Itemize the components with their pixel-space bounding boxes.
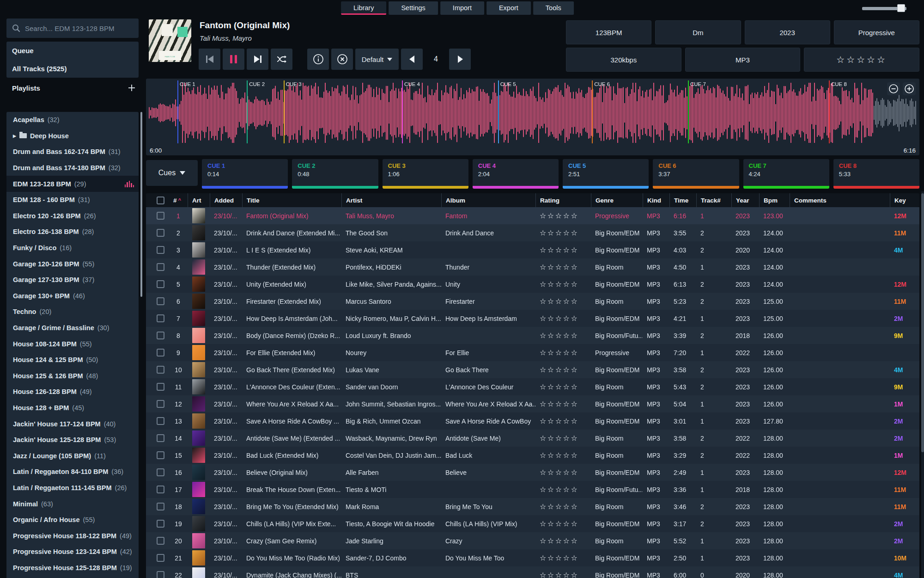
row-checkbox[interactable]: [157, 417, 164, 425]
expand-arrow-icon[interactable]: ▶: [13, 134, 16, 138]
playlist-item[interactable]: Drum and Bass 162-174 BPM(31): [6, 144, 139, 160]
table-row[interactable]: 323/10/...L I E S (Extended Mix)Steve Ao…: [146, 241, 919, 258]
table-row[interactable]: 523/10/...Unity (Extended Mix)Like Mike,…: [146, 276, 919, 293]
row-checkbox[interactable]: [157, 246, 164, 254]
select-all-checkbox[interactable]: [157, 197, 164, 204]
row-checkbox[interactable]: [157, 297, 164, 305]
pause-button[interactable]: [223, 49, 244, 70]
playlist-item[interactable]: Latin / Reggaeton 84-110 BPM(36): [6, 464, 139, 480]
column-header-genre[interactable]: Genre: [591, 193, 643, 207]
column-header-album[interactable]: Album: [441, 193, 535, 207]
column-header-kind[interactable]: Kind: [643, 193, 669, 207]
tab-tools[interactable]: Tools: [533, 1, 574, 15]
meta-rating[interactable]: ☆☆☆☆☆: [804, 48, 919, 72]
column-header-year[interactable]: Year: [731, 193, 759, 207]
cue-chip-cue-3[interactable]: CUE 31:06: [383, 159, 468, 189]
table-scrollbar[interactable]: [921, 191, 924, 578]
meta-format[interactable]: MP3: [685, 48, 801, 72]
playlist-item[interactable]: EDM 128 - 160 BPM(31): [6, 192, 139, 208]
row-checkbox[interactable]: [157, 468, 164, 476]
cue-marker-cue-7[interactable]: CUE 7: [688, 80, 689, 143]
cue-marker-cue-3[interactable]: CUE 3: [284, 80, 285, 143]
column-header-rating[interactable]: Rating: [535, 193, 591, 207]
table-row[interactable]: 1923/10/...Chills (LA Hills) (VIP Mix Ex…: [146, 515, 919, 532]
clear-button[interactable]: [331, 49, 353, 70]
column-header-art[interactable]: Art: [188, 193, 210, 207]
cell-rating[interactable]: ☆☆☆☆☆: [535, 228, 591, 237]
cell-rating[interactable]: ☆☆☆☆☆: [535, 314, 591, 323]
table-row[interactable]: 1423/10/...Antidote (Save Me) (Extended …: [146, 430, 919, 447]
playlist-item[interactable]: Funky / Disco(16): [6, 240, 139, 256]
playlist-item[interactable]: Acapellas(32): [6, 112, 139, 128]
cue-marker-cue-2[interactable]: CUE 2: [247, 80, 248, 143]
column-header-title[interactable]: Title: [242, 193, 341, 207]
cue-marker-cue-5[interactable]: CUE 5: [498, 80, 499, 143]
cue-marker-cue-6[interactable]: CUE 6: [592, 80, 593, 143]
column-header-added[interactable]: Added: [210, 193, 242, 207]
cue-chip-cue-5[interactable]: CUE 52:51: [563, 159, 649, 189]
table-row[interactable]: 223/10/...Drink And Dance (Extended Mi..…: [146, 224, 919, 241]
playlist-item[interactable]: House 125 & 126 BPM(48): [6, 368, 139, 384]
table-row[interactable]: 623/10/...Firestarter (Extended Mix)Marc…: [146, 293, 919, 310]
cell-rating[interactable]: ☆☆☆☆☆: [535, 434, 591, 443]
cell-rating[interactable]: ☆☆☆☆☆: [535, 365, 591, 374]
cell-rating[interactable]: ☆☆☆☆☆: [535, 536, 591, 545]
table-row[interactable]: 823/10/...Body (Dance Remix) (Dzeko R...…: [146, 327, 919, 344]
cell-rating[interactable]: ☆☆☆☆☆: [535, 451, 591, 460]
playlist-item[interactable]: ▶Deep House: [6, 128, 139, 144]
table-row[interactable]: 1323/10/...Save A Horse Ride A CowBoy ..…: [146, 412, 919, 430]
shuffle-button[interactable]: [271, 49, 292, 70]
column-header-artist[interactable]: Artist: [341, 193, 441, 207]
cue-chip-cue-7[interactable]: CUE 74:24: [743, 159, 829, 189]
tab-export[interactable]: Export: [486, 1, 531, 15]
tab-import[interactable]: Import: [440, 1, 484, 15]
playlist-item[interactable]: House 124 & 125 BPM(50): [6, 352, 139, 368]
cell-rating[interactable]: ☆☆☆☆☆: [535, 571, 591, 578]
playlist-item[interactable]: Garage 127-130 BPM(37): [6, 272, 139, 288]
cue-chip-cue-4[interactable]: CUE 42:04: [473, 159, 559, 189]
row-checkbox[interactable]: [157, 280, 164, 288]
playlist-item[interactable]: Organic / Afro House(55): [6, 512, 139, 528]
cue-marker-cue-1[interactable]: CUE 1: [177, 80, 178, 143]
waveform-panel[interactable]: CUE 1CUE 2CUE 3CUE 4CUE 5CUE 6CUE 7CUE 8…: [146, 79, 919, 155]
search-input[interactable]: Search... EDM 123-128 BPM: [6, 18, 139, 38]
previous-track-button[interactable]: [199, 49, 220, 70]
meta-year[interactable]: 2023: [745, 20, 830, 44]
table-row[interactable]: 1723/10/...Break The House Down (Exten..…: [146, 481, 919, 498]
cue-chip-cue-2[interactable]: CUE 20:48: [292, 159, 378, 189]
table-row[interactable]: 1123/10/...L'Annonce Des Couleur (Exten.…: [146, 378, 919, 395]
info-button[interactable]: [307, 49, 329, 70]
row-checkbox[interactable]: [157, 537, 164, 545]
sidebar-item-queue[interactable]: Queue: [6, 42, 139, 60]
table-row[interactable]: 123/10/...Fantom (Original Mix)Tali Muss…: [146, 207, 919, 224]
playlist-item[interactable]: Progressive House 125-128 BPM(19): [6, 560, 139, 576]
playlist-item[interactable]: Garage / Grime / Bassline(30): [6, 320, 139, 336]
playlist-item[interactable]: Garage 120-126 BPM(55): [6, 256, 139, 272]
cell-rating[interactable]: ☆☆☆☆☆: [535, 382, 591, 391]
row-checkbox[interactable]: [157, 229, 164, 237]
table-row[interactable]: 2223/10/...Dynamite (Jack Chang Mixes) (…: [146, 566, 919, 578]
playlist-item[interactable]: Latin / Reggaeton 111-145 BPM(26): [6, 480, 139, 496]
playlist-item[interactable]: Electro 120 -126 BPM(26): [6, 208, 139, 224]
cell-rating[interactable]: ☆☆☆☆☆: [535, 553, 591, 562]
row-checkbox[interactable]: [157, 554, 164, 562]
cell-rating[interactable]: ☆☆☆☆☆: [535, 485, 591, 494]
column-header-comments[interactable]: Comments: [790, 193, 890, 207]
step-forward-button[interactable]: [449, 49, 471, 70]
playlist-item[interactable]: EDM 123-128 BPM(29): [6, 176, 139, 192]
step-back-button[interactable]: [401, 49, 423, 70]
cue-chip-cue-8[interactable]: CUE 85:33: [833, 159, 919, 189]
row-checkbox[interactable]: [157, 383, 164, 391]
tab-library[interactable]: Library: [341, 1, 386, 15]
waveform-canvas[interactable]: [149, 82, 917, 143]
playlist-item[interactable]: House 108-124 BPM(55): [6, 336, 139, 352]
playlist-item[interactable]: Jackin' House 117-124 BPM(40): [6, 416, 139, 432]
row-checkbox[interactable]: [157, 434, 164, 442]
cell-rating[interactable]: ☆☆☆☆☆: [535, 297, 591, 306]
playlist-item[interactable]: Techno(20): [6, 304, 139, 320]
playlist-item[interactable]: House 128 + BPM(45): [6, 400, 139, 416]
meta-bitrate[interactable]: 320kbps: [566, 48, 681, 72]
cues-dropdown[interactable]: Cues: [146, 160, 198, 186]
cue-chip-cue-1[interactable]: CUE 10:14: [202, 159, 288, 189]
cell-rating[interactable]: ☆☆☆☆☆: [535, 348, 591, 357]
